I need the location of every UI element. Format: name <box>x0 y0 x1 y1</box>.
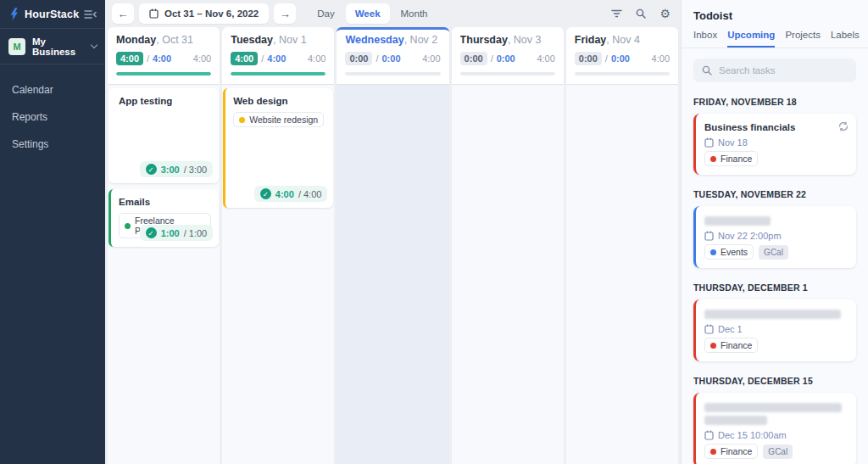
label-dot-icon <box>239 117 245 123</box>
task-label: Events <box>704 244 754 260</box>
calendar-icon <box>704 324 714 334</box>
next-week-button[interactable]: → <box>274 3 296 24</box>
gcal-badge: GCal <box>763 444 793 459</box>
slash: / <box>147 53 149 64</box>
task-due-date: Nov 18 <box>704 137 848 148</box>
view-tab-day[interactable]: Day <box>308 3 343 24</box>
day-title: Monday, Oct 31 <box>116 34 211 46</box>
entry-time-summary: ✓1:00/ 1:00 <box>140 225 214 241</box>
day-header: Monday, Oct 314:00/4:004:00 <box>108 27 220 84</box>
entry-total-time: / 3:00 <box>184 165 208 175</box>
day-name: Friday <box>575 34 607 46</box>
time-entry-card[interactable]: EmailsFreelance Projects✓1:00/ 1:00 <box>108 189 219 247</box>
task-due-date: Nov 22 2:00pm <box>704 231 848 241</box>
label-dot-icon <box>710 156 716 162</box>
time-entry-card[interactable]: Web designWebsite redesign✓4:00/ 4:00 <box>223 88 333 208</box>
day-body[interactable] <box>337 85 448 464</box>
day-name: Monday <box>116 34 156 46</box>
day-body[interactable] <box>566 85 678 464</box>
workspace-switcher[interactable]: M My Business <box>0 29 105 64</box>
label-dot-icon <box>710 343 716 349</box>
day-title: Wednesday, Nov 2 <box>345 34 440 46</box>
collapse-sidebar-icon[interactable] <box>84 9 97 20</box>
day-stats: 4:00/4:004:00 <box>116 52 211 65</box>
prev-week-button[interactable]: ← <box>112 3 134 24</box>
task-card[interactable]: Dec 15 10:00amFinanceGCal <box>693 393 856 464</box>
filter-icon[interactable] <box>611 9 622 18</box>
day-name: Tuesday <box>231 34 273 46</box>
capacity-time: 4:00 <box>537 53 554 64</box>
day-progress-bar <box>345 72 440 75</box>
task-sections: FRIDAY, NOVEMBER 18Business financialsNo… <box>693 97 856 464</box>
slash: / <box>261 53 264 64</box>
tab-labels[interactable]: Labels <box>831 30 860 48</box>
view-tab-month[interactable]: Month <box>392 3 437 24</box>
view-switcher: DayWeekMonth <box>308 3 437 24</box>
day-title: Thursday, Nov 3 <box>460 34 555 46</box>
check-icon: ✓ <box>146 227 157 238</box>
day-stats: 0:00/0:004:00 <box>345 52 440 65</box>
recurring-sync-icon <box>838 121 849 131</box>
redacted-task-title <box>704 416 767 425</box>
logged-time-badge: 4:00 <box>231 52 258 65</box>
slash: / <box>605 53 608 64</box>
app-title: HourStack <box>25 8 79 20</box>
task-card[interactable]: Business financialsNov 18Finance <box>693 114 856 175</box>
sidebar-item-calendar[interactable]: Calendar <box>0 76 105 103</box>
day-stats: 0:00/0:004:00 <box>460 52 555 65</box>
settings-gear-icon[interactable]: ⚙ <box>659 8 670 20</box>
day-progress-bar <box>116 72 211 75</box>
logged-time-badge: 0:00 <box>460 52 487 65</box>
search-icon[interactable] <box>636 8 646 19</box>
label-text: Finance <box>721 154 752 164</box>
label-text: Finance <box>721 446 752 456</box>
due-date-text: Nov 18 <box>718 137 748 148</box>
hourstack-logo-icon <box>8 8 19 20</box>
task-card[interactable]: Nov 22 2:00pmEventsGCal <box>693 206 856 268</box>
redacted-task-title <box>704 403 842 412</box>
chevron-down-icon <box>91 42 97 48</box>
day-name: Wednesday <box>345 34 403 46</box>
day-progress-fill <box>116 72 211 75</box>
day-stats: 0:00/0:004:00 <box>575 52 670 65</box>
search-input[interactable] <box>719 65 848 75</box>
check-icon: ✓ <box>146 164 157 175</box>
view-tab-week[interactable]: Week <box>346 3 390 24</box>
date-range-button[interactable]: Oct 31 – Nov 6, 2022 <box>139 3 269 24</box>
task-card[interactable]: Dec 1Finance <box>693 299 856 361</box>
calendar-toolbar: ← Oct 31 – Nov 6, 2022 → DayWeekMonth <box>105 0 681 27</box>
entry-title: App testing <box>119 96 211 106</box>
task-title: Business financials <box>704 122 848 132</box>
entry-total-time: / 1:00 <box>184 228 208 238</box>
day-progress-bar <box>231 72 326 75</box>
gcal-badge: GCal <box>759 245 788 260</box>
day-column-wednesday: Wednesday, Nov 20:00/0:004:00 <box>337 27 448 464</box>
day-header: Friday, Nov 40:00/0:004:00 <box>566 27 678 84</box>
day-column-thursday: Thursday, Nov 30:00/0:004:00 <box>452 27 564 464</box>
logged-time-badge: 0:00 <box>345 52 372 65</box>
task-label: Finance <box>704 151 758 166</box>
day-body[interactable]: App testing✓3:00/ 3:00EmailsFreelance Pr… <box>108 85 220 464</box>
task-search[interactable] <box>693 59 856 82</box>
day-stats: 4:00/4:004:00 <box>231 52 326 65</box>
capacity-time: 4:00 <box>193 53 211 64</box>
sidebar-item-reports[interactable]: Reports <box>0 103 105 131</box>
project-label: Website redesign <box>233 112 324 127</box>
capacity-time: 4:00 <box>422 53 440 64</box>
tab-projects[interactable]: Projects <box>785 30 821 48</box>
day-body[interactable]: Web designWebsite redesign✓4:00/ 4:00 <box>222 85 334 464</box>
day-body[interactable] <box>452 85 564 464</box>
slash: / <box>376 53 378 64</box>
label-text: Website redesign <box>249 115 318 125</box>
scheduled-time: 4:00 <box>153 53 171 64</box>
day-progress-bar <box>460 72 555 75</box>
logged-time-badge: 0:00 <box>575 52 602 65</box>
label-text: Events <box>721 247 748 257</box>
redacted-task-title <box>704 310 841 319</box>
time-entry-card[interactable]: App testing✓3:00/ 3:00 <box>108 88 219 183</box>
entry-total-time: / 4:00 <box>298 189 322 199</box>
tab-inbox[interactable]: Inbox <box>693 30 717 48</box>
section-date-heading: THURSDAY, DECEMBER 15 <box>693 376 856 386</box>
sidebar-item-settings[interactable]: Settings <box>0 131 105 158</box>
tab-upcoming[interactable]: Upcoming <box>727 30 775 48</box>
